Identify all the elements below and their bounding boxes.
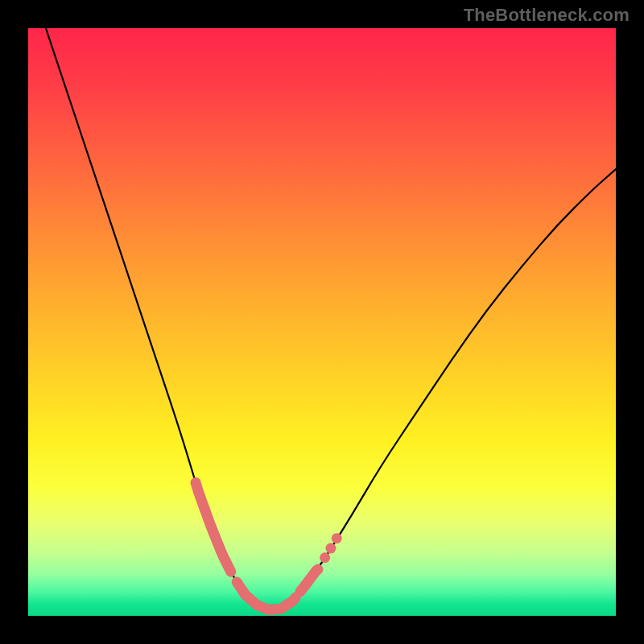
highlight-bottom-segment xyxy=(237,582,295,610)
chart-curve-svg xyxy=(28,28,616,616)
watermark-text: TheBottleneck.com xyxy=(464,5,630,26)
highlight-left-segment xyxy=(196,483,231,572)
bottleneck-curve xyxy=(46,28,616,609)
chart-plot-area xyxy=(28,28,616,616)
highlight-dot xyxy=(320,552,330,563)
highlight-dot xyxy=(312,564,323,575)
highlight-dot xyxy=(332,533,342,543)
highlight-dot xyxy=(325,543,336,554)
highlight-right-segment xyxy=(300,571,316,592)
